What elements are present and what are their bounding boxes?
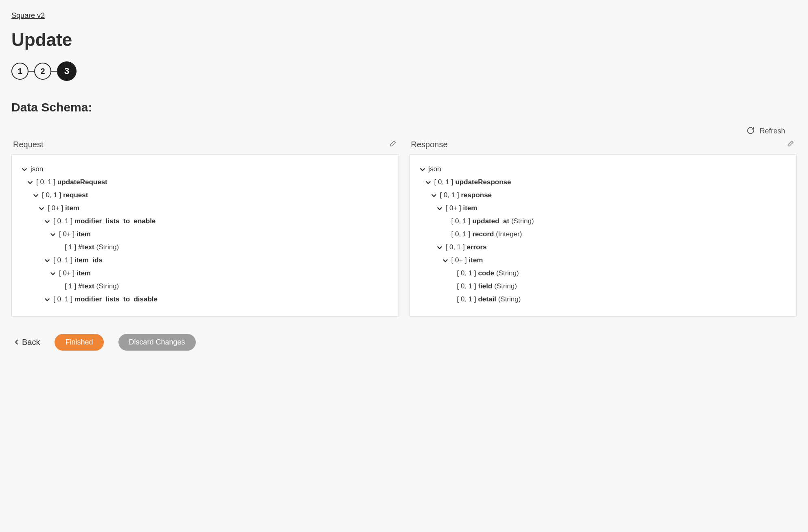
tree-node-label: [ 0, 1 ] updateRequest xyxy=(36,178,107,186)
tree-node[interactable]: [ 0, 1 ] modifier_lists_to_disable xyxy=(22,293,389,306)
step-connector xyxy=(28,71,34,72)
tree-node-label: json xyxy=(31,165,43,173)
tree-node[interactable]: [ 0, 1 ] modifier_lists_to_enable xyxy=(22,215,389,228)
tree-node: [ 0, 1 ] record (Integer) xyxy=(420,228,787,241)
tree-node-label: [ 0, 1 ] request xyxy=(42,191,88,199)
step-connector xyxy=(51,71,57,72)
discard-button[interactable]: Discard Changes xyxy=(118,334,196,351)
tree-node[interactable]: [ 0+ ] item xyxy=(22,202,389,215)
chevron-left-icon xyxy=(15,338,19,347)
tree-node-label: [ 0+ ] item xyxy=(446,204,477,212)
step-2[interactable]: 2 xyxy=(34,63,51,80)
tree-node-label: [ 0+ ] item xyxy=(48,204,79,212)
edit-request-button[interactable] xyxy=(388,139,397,150)
breadcrumb-link[interactable]: Square v2 xyxy=(11,11,45,20)
tree-node-label: [ 0, 1 ] detail (String) xyxy=(457,295,521,303)
tree-node[interactable]: [ 0, 1 ] errors xyxy=(420,241,787,254)
chevron-down-icon[interactable] xyxy=(44,257,50,263)
tree-node: [ 1 ] #text (String) xyxy=(22,280,389,293)
tree-node-label: [ 0, 1 ] field (String) xyxy=(457,282,517,290)
tree-node-label: json xyxy=(429,165,441,173)
tree-node-label: [ 0+ ] item xyxy=(59,269,91,277)
back-button[interactable]: Back xyxy=(15,338,40,347)
tree-node[interactable]: [ 0+ ] item xyxy=(420,254,787,267)
tree-node-label: [ 0, 1 ] code (String) xyxy=(457,269,519,277)
page-title: Update xyxy=(11,30,797,50)
tree-node[interactable]: [ 0, 1 ] response xyxy=(420,189,787,202)
request-panel-title: Request xyxy=(13,140,44,149)
step-3[interactable]: 3 xyxy=(57,61,77,81)
tree-node-label: [ 0+ ] item xyxy=(451,256,483,264)
chevron-down-icon[interactable] xyxy=(44,297,50,302)
response-panel: Response json[ 0, 1 ] updateResponse[ 0,… xyxy=(409,139,797,317)
tree-node-label: [ 1 ] #text (String) xyxy=(65,243,119,251)
tree-node-label: [ 0, 1 ] errors xyxy=(446,243,487,251)
response-panel-title: Response xyxy=(411,140,448,149)
chevron-down-icon[interactable] xyxy=(44,218,50,224)
tree-node: [ 0, 1 ] field (String) xyxy=(420,280,787,293)
chevron-down-icon[interactable] xyxy=(27,179,33,185)
tree-node-label: [ 0, 1 ] updateResponse xyxy=(434,178,511,186)
tree-node-label: [ 0, 1 ] updated_at (String) xyxy=(451,217,534,225)
section-heading: Data Schema: xyxy=(11,100,797,114)
chevron-down-icon[interactable] xyxy=(437,244,442,250)
chevron-down-icon[interactable] xyxy=(22,166,27,172)
finished-button[interactable]: Finished xyxy=(55,334,103,351)
chevron-down-icon[interactable] xyxy=(431,192,437,198)
chevron-down-icon[interactable] xyxy=(442,257,448,263)
tree-node: [ 0, 1 ] detail (String) xyxy=(420,293,787,306)
pencil-icon xyxy=(786,140,794,149)
tree-node[interactable]: [ 0+ ] item xyxy=(420,202,787,215)
chevron-down-icon[interactable] xyxy=(50,231,56,237)
tree-node-label: [ 0, 1 ] modifier_lists_to_disable xyxy=(53,295,158,303)
tree-node-label: [ 0, 1 ] record (Integer) xyxy=(451,230,522,238)
chevron-down-icon[interactable] xyxy=(39,205,44,211)
refresh-label: Refresh xyxy=(760,127,785,135)
request-panel: Request json[ 0, 1 ] updateRequest[ 0, 1… xyxy=(11,139,399,317)
refresh-button[interactable] xyxy=(746,126,755,137)
tree-node[interactable]: [ 0, 1 ] updateRequest xyxy=(22,176,389,189)
tree-node-label: [ 0, 1 ] response xyxy=(440,191,492,199)
response-tree[interactable]: json[ 0, 1 ] updateResponse[ 0, 1 ] resp… xyxy=(409,154,797,317)
tree-node: [ 1 ] #text (String) xyxy=(22,241,389,254)
tree-node: [ 0, 1 ] updated_at (String) xyxy=(420,215,787,228)
tree-node[interactable]: [ 0+ ] item xyxy=(22,228,389,241)
tree-node-label: [ 0, 1 ] modifier_lists_to_enable xyxy=(53,217,155,225)
tree-node[interactable]: [ 0+ ] item xyxy=(22,267,389,280)
step-1[interactable]: 1 xyxy=(11,63,28,80)
tree-node[interactable]: [ 0, 1 ] updateResponse xyxy=(420,176,787,189)
tree-node[interactable]: json xyxy=(22,163,389,176)
pencil-icon xyxy=(388,140,396,149)
tree-node-label: [ 1 ] #text (String) xyxy=(65,282,119,290)
stepper: 1 2 3 xyxy=(11,61,797,81)
chevron-down-icon[interactable] xyxy=(420,166,425,172)
chevron-down-icon[interactable] xyxy=(425,179,431,185)
tree-node[interactable]: [ 0, 1 ] item_ids xyxy=(22,254,389,267)
request-tree[interactable]: json[ 0, 1 ] updateRequest[ 0, 1 ] reque… xyxy=(11,154,399,317)
edit-response-button[interactable] xyxy=(785,139,795,150)
tree-node-label: [ 0+ ] item xyxy=(59,230,91,238)
tree-node[interactable]: [ 0, 1 ] request xyxy=(22,189,389,202)
tree-node-label: [ 0, 1 ] item_ids xyxy=(53,256,103,264)
tree-node[interactable]: json xyxy=(420,163,787,176)
back-label: Back xyxy=(22,338,40,347)
chevron-down-icon[interactable] xyxy=(437,205,442,211)
tree-node: [ 0, 1 ] code (String) xyxy=(420,267,787,280)
chevron-down-icon[interactable] xyxy=(33,192,39,198)
chevron-down-icon[interactable] xyxy=(50,270,56,276)
refresh-icon xyxy=(747,126,755,136)
